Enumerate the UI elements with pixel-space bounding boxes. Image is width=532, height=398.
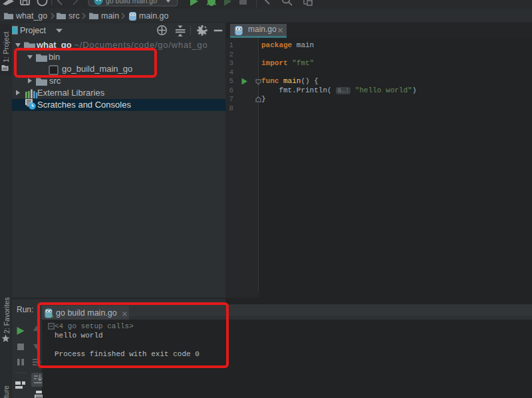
svg-text:main.go: main.go [139,11,169,21]
svg-text:main: main [101,11,119,21]
svg-text:Project: Project [20,26,46,35]
svg-text:src: src [68,11,80,21]
svg-text:go build main.go: go build main.go [106,0,157,5]
svg-text:what_go: what_go [15,11,47,21]
